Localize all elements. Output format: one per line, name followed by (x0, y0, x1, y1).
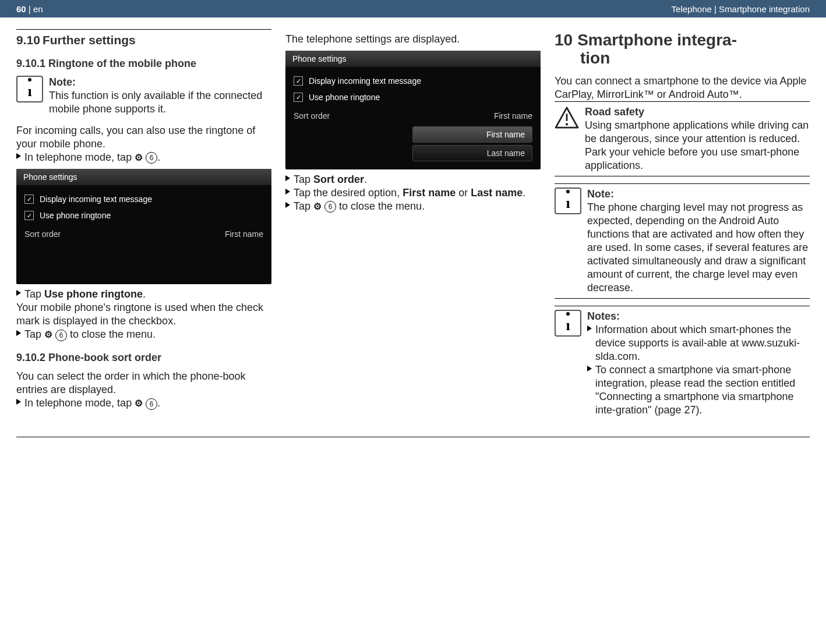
sort-label: Sort order (294, 111, 330, 121)
key-reference-6: 6 (324, 201, 336, 213)
paragraph: For incoming calls, you can also use the… (16, 124, 271, 151)
lang-code: | en (26, 4, 43, 14)
sort-row: Sort order First name (24, 224, 263, 241)
notes-content: Notes: Information about which smart-pho… (587, 310, 810, 417)
phone-settings-screenshot-expanded: Phone settings ✓ Display incoming text m… (285, 51, 541, 169)
divider (16, 29, 271, 30)
instruction-step: Tap Sort order. (285, 173, 541, 186)
page-number-lang: 60 | en (16, 4, 43, 14)
key-reference-6: 6 (55, 330, 67, 341)
step-text: to close the menu. (67, 328, 156, 340)
gear-icon: ⚙ (135, 398, 143, 409)
warning-title: Road safety (585, 106, 644, 118)
checkbox-icon: ✓ (24, 211, 34, 220)
step-bold: Last name (471, 187, 523, 199)
instruction-step: Tap ⚙ 6 to close the menu. (285, 200, 541, 213)
checkbox-label: Use phone ringtone (309, 93, 380, 102)
instruction-step: Tap ⚙ 6 to close the menu. (16, 328, 271, 341)
note-text: This function is only available if the c… (49, 90, 262, 115)
triangle-bullet-icon (16, 290, 21, 296)
note-box: ı Notes: Information about which smart-p… (555, 310, 810, 417)
page-header: 60 | en Telephone | Smartphone integrati… (0, 0, 826, 17)
notes-item: Information about which smart-phones the… (587, 323, 810, 363)
checkbox-icon: ✓ (294, 76, 303, 86)
step-text: . (523, 187, 525, 199)
svg-point-2 (566, 123, 568, 125)
sort-option-last-name: Last name (412, 145, 532, 161)
note-content: Note: This function is only available if… (49, 76, 271, 116)
step-text: In telephone mode, tap (24, 397, 135, 409)
step-bold: First name (403, 187, 456, 199)
sort-row: Sort order First name (294, 105, 532, 123)
step-text: Tap (24, 288, 44, 300)
instruction-step: In telephone mode, tap ⚙ 6. (16, 151, 271, 164)
heading-text: Further settings (43, 33, 136, 47)
step-text: Tap (294, 200, 313, 212)
sort-label: Sort order (24, 229, 61, 239)
page-number: 60 (16, 4, 26, 14)
warning-content: Road safety Using smartphone application… (585, 105, 810, 172)
header-section-title: Telephone | Smartphone integration (672, 4, 810, 14)
sort-option-first-name: First name (412, 126, 532, 143)
chapter-title-line1: Smartphone integra- (577, 31, 737, 49)
sort-value: First name (225, 229, 263, 239)
warning-box: Road safety Using smartphone application… (555, 105, 810, 172)
paragraph: You can select the order in which the ph… (16, 370, 271, 397)
heading-text: Phone-book sort order (48, 352, 161, 363)
checkbox-row: ✓ Use phone ringtone (294, 89, 532, 105)
column-3: 10Smartphone integra- tion You can conne… (555, 29, 810, 427)
step-bold: Sort order (313, 174, 364, 185)
heading-number: 9.10.1 (16, 58, 45, 69)
note-content: Note: The phone charging level may not p… (587, 187, 810, 295)
info-icon: ı (555, 187, 581, 214)
checkbox-label: Use phone ringtone (40, 211, 111, 220)
heading-9-10: 9.10Further settings (16, 33, 271, 47)
notes-box: ı Notes: Information about which smart-p… (555, 306, 810, 420)
triangle-bullet-icon (16, 399, 21, 405)
triangle-bullet-icon (587, 325, 592, 331)
checkbox-row: ✓ Display incoming text message (294, 73, 532, 89)
instruction-step: Tap the desired option, First name or La… (285, 186, 541, 200)
checkbox-icon: ✓ (294, 93, 303, 102)
step-text: In telephone mode, tap (24, 151, 135, 163)
triangle-bullet-icon (16, 330, 21, 336)
chapter-10-heading: 10Smartphone integra- tion (555, 31, 810, 68)
checkbox-icon: ✓ (24, 194, 34, 204)
column-1: 9.10Further settings 9.10.1 Ringtone of … (16, 29, 271, 427)
heading-9-10-2: 9.10.2 Phone-book sort order (16, 352, 271, 364)
notes-item-text: Information about which smart-phones the… (595, 323, 810, 363)
warning-text: Using smartphone applications while driv… (585, 119, 809, 144)
checkbox-label: Display incoming text message (40, 194, 152, 204)
heading-text: Ringtone of the mobile phone (48, 58, 196, 69)
page-bottom-divider (16, 437, 810, 437)
note-title: Note: (49, 76, 76, 88)
heading-9-10-1: 9.10.1 Ringtone of the mobile phone (16, 58, 271, 70)
info-icon: ı (555, 310, 581, 337)
checkbox-label: Display incoming text message (309, 76, 421, 86)
chapter-number: 10 (555, 31, 573, 49)
step-text: . (157, 151, 160, 163)
phone-settings-screenshot: Phone settings ✓ Display incoming text m… (16, 169, 271, 284)
gear-icon: ⚙ (313, 201, 322, 213)
triangle-bullet-icon (285, 175, 290, 181)
triangle-bullet-icon (587, 366, 592, 371)
note-text: The phone charging level may not progres… (587, 201, 808, 293)
step-bold: Use phone ringtone (44, 288, 143, 300)
triangle-bullet-icon (285, 202, 290, 208)
paragraph: Your mobile phone's ringtone is used whe… (16, 301, 271, 328)
triangle-bullet-icon (16, 153, 21, 159)
step-text: Tap (294, 174, 313, 185)
heading-number: 9.10 (16, 33, 40, 47)
key-reference-6: 6 (146, 152, 157, 164)
note-box-charging: ı Note: The phone charging level may not… (555, 183, 810, 299)
instruction-step: Tap Use phone ringtone. (16, 288, 271, 301)
key-reference-6: 6 (146, 398, 157, 410)
notes-title: Notes: (587, 310, 620, 322)
step-text: . (364, 174, 367, 185)
screenshot-title: Phone settings (16, 169, 271, 185)
note-box: ı Note: The phone charging level may not… (555, 187, 810, 295)
chapter-title-line2: tion (580, 49, 610, 67)
warning-icon (555, 105, 579, 130)
screenshot-title: Phone settings (285, 51, 541, 67)
notes-item-text: To connect a smartphone via smart-phone … (595, 363, 810, 417)
